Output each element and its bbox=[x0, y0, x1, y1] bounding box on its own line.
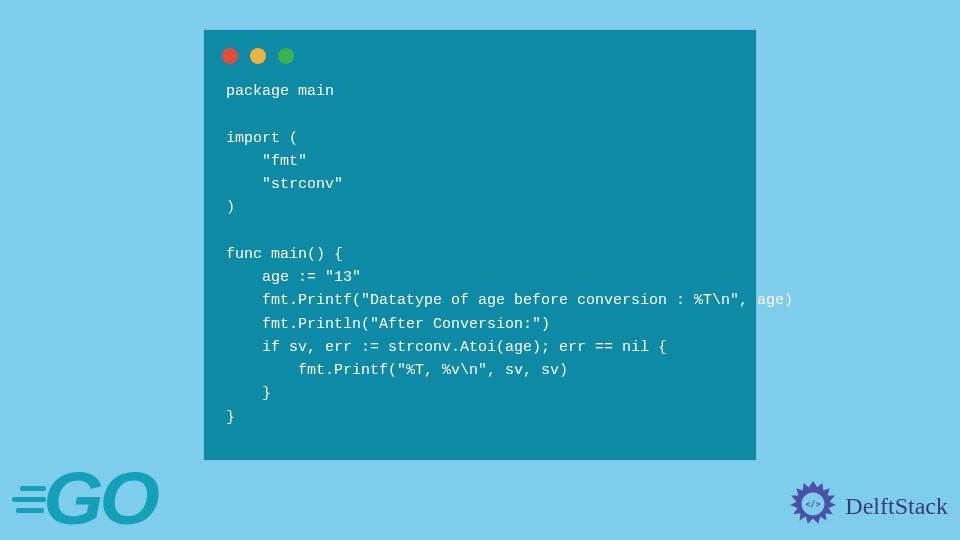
code-line: } bbox=[226, 409, 235, 426]
code-line: func main() { bbox=[226, 246, 343, 263]
code-line: package main bbox=[226, 83, 334, 100]
code-line: fmt.Println("After Conversion:") bbox=[226, 316, 550, 333]
svg-text:</>: </> bbox=[806, 499, 821, 509]
code-line: if sv, err := strconv.Atoi(age); err == … bbox=[226, 339, 667, 356]
code-block: package main import ( "fmt" "strconv" ) … bbox=[204, 74, 756, 435]
go-wordmark: GO bbox=[43, 462, 155, 536]
code-line: "strconv" bbox=[226, 176, 343, 193]
close-dot-icon bbox=[222, 48, 238, 64]
code-line: fmt.Printf("Datatype of age before conve… bbox=[226, 292, 793, 309]
code-line: } bbox=[226, 385, 271, 402]
code-window: package main import ( "fmt" "strconv" ) … bbox=[204, 30, 756, 460]
delftstack-wordmark: DelftStack bbox=[845, 493, 948, 520]
code-line: ) bbox=[226, 199, 235, 216]
minimize-dot-icon bbox=[250, 48, 266, 64]
code-line: "fmt" bbox=[226, 153, 307, 170]
code-line: fmt.Printf("%T, %v\n", sv, sv) bbox=[226, 362, 568, 379]
code-line: import ( bbox=[226, 130, 298, 147]
code-line: age := "13" bbox=[226, 269, 361, 286]
gear-icon: </> bbox=[787, 480, 839, 532]
maximize-dot-icon bbox=[278, 48, 294, 64]
window-traffic-lights bbox=[204, 30, 756, 74]
delftstack-logo: </> DelftStack bbox=[787, 480, 948, 532]
go-logo: GO bbox=[6, 462, 153, 536]
speed-lines-icon bbox=[6, 486, 46, 519]
